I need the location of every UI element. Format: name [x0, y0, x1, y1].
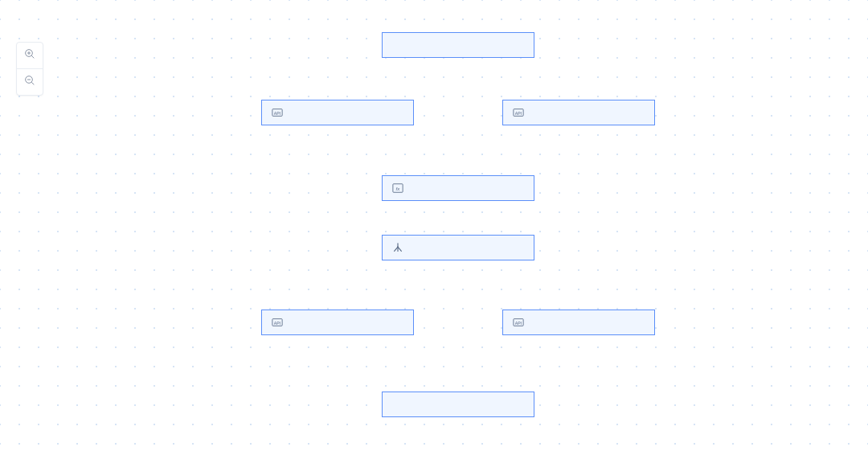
zoom-out-icon — [23, 74, 36, 90]
svg-text:API: API — [515, 321, 522, 326]
svg-text:API: API — [274, 111, 280, 116]
svg-text:fx: fx — [396, 186, 401, 191]
api-icon: API — [272, 107, 283, 118]
node-start[interactable] — [382, 32, 534, 58]
svg-line-5 — [31, 82, 34, 84]
svg-text:API: API — [274, 321, 280, 326]
api-icon: API — [513, 317, 524, 328]
zoom-out-button[interactable] — [17, 68, 43, 95]
diagram-canvas[interactable]: API API fx API API — [0, 0, 868, 451]
node-api1[interactable]: API — [502, 100, 655, 125]
edges-layer — [0, 0, 868, 451]
svg-text:API: API — [515, 111, 522, 116]
node-java1[interactable]: fx — [382, 175, 534, 201]
fx-icon: fx — [392, 182, 403, 194]
svg-line-1 — [31, 55, 34, 58]
node-branch[interactable] — [382, 235, 534, 260]
zoom-control — [16, 42, 43, 96]
api-icon: API — [272, 317, 283, 328]
node-api2[interactable]: API — [261, 310, 414, 335]
node-end[interactable] — [382, 392, 534, 417]
branch-icon — [392, 242, 403, 253]
node-api4[interactable]: API — [502, 310, 655, 335]
zoom-in-icon — [23, 47, 36, 64]
api-icon: API — [513, 107, 524, 118]
zoom-in-button[interactable] — [17, 43, 43, 68]
node-api3[interactable]: API — [261, 100, 414, 125]
